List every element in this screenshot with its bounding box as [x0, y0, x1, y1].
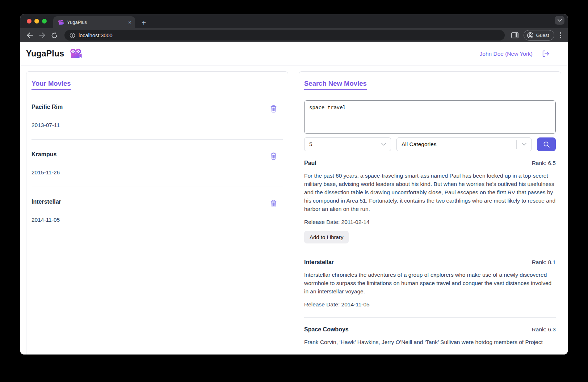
- tab-title: YugaPlus: [67, 20, 125, 25]
- forward-arrow-icon: [39, 32, 46, 38]
- chevron-down-icon: [558, 19, 562, 22]
- library-movie-row: Krampus 2015-11-26: [32, 139, 283, 187]
- tab-favicon-movie-camera-icon: [58, 20, 64, 25]
- delete-movie-button[interactable]: [270, 199, 277, 208]
- search-controls: 5 All Categories: [304, 137, 556, 151]
- add-to-library-button[interactable]: Add to Library: [304, 231, 349, 243]
- user-profile-link[interactable]: John Doe (New York): [480, 51, 533, 57]
- profile-button[interactable]: Guest: [524, 30, 554, 41]
- main-area: Your Movies Pacific Rim 2013-07-11: [20, 65, 568, 355]
- movie-camera-logo-icon: [70, 48, 82, 59]
- browser-tab-yugaplus[interactable]: YugaPlus ×: [53, 16, 135, 28]
- result-rank: Rank: 8.1: [532, 259, 556, 266]
- result-description: Interstellar chronicles the adventures o…: [304, 271, 556, 296]
- result-description: Frank Corvin, ‘Hawk’ Hawkins, Jerry O’Ne…: [304, 338, 556, 346]
- result-release-date: Release Date: 2014-11-05: [304, 301, 556, 308]
- result-limit-select[interactable]: 5: [304, 137, 391, 151]
- movie-title: Krampus: [32, 151, 270, 158]
- back-button[interactable]: [25, 30, 35, 41]
- result-title: Paul: [304, 160, 316, 166]
- trash-icon: [270, 105, 277, 113]
- logout-icon: [542, 50, 550, 58]
- result-description: For the past 60 years, a space-traveling…: [304, 171, 556, 213]
- movie-title: Pacific Rim: [32, 104, 270, 110]
- site-info-icon[interactable]: [70, 33, 75, 38]
- trash-icon: [270, 199, 277, 208]
- divider: [304, 250, 556, 250]
- search-result: Space Cowboys Rank: 6.3 Frank Corvin, ‘H…: [304, 326, 556, 346]
- delete-movie-button[interactable]: [270, 105, 277, 113]
- movie-title: Interstellar: [32, 199, 270, 205]
- chevron-down-icon: [376, 143, 391, 146]
- trash-icon: [270, 152, 277, 160]
- new-tab-button[interactable]: +: [142, 19, 146, 26]
- category-select[interactable]: All Categories: [396, 137, 532, 151]
- app-header: YugaPlus: [20, 42, 568, 65]
- result-title: Interstellar: [304, 259, 334, 266]
- close-window-button[interactable]: [27, 19, 32, 24]
- profile-label: Guest: [536, 33, 549, 38]
- forward-button[interactable]: [37, 30, 47, 41]
- browser-window: YugaPlus × +: [20, 14, 568, 355]
- movie-date: 2013-07-11: [32, 122, 270, 128]
- guest-avatar-icon: [527, 32, 534, 39]
- side-panel-icon: [511, 32, 518, 38]
- chevron-down-icon: [517, 143, 531, 146]
- library-movie-row: Pacific Rim 2013-07-11: [32, 92, 283, 139]
- search-heading: Search New Movies: [304, 80, 367, 90]
- search-button[interactable]: [537, 137, 556, 151]
- your-movies-heading: Your Movies: [32, 80, 71, 90]
- reload-button[interactable]: [49, 30, 59, 41]
- browser-toolbar: localhost:3000 Guest: [20, 28, 568, 42]
- back-arrow-icon: [26, 32, 33, 38]
- result-rank: Rank: 6.5: [532, 160, 556, 166]
- result-rank: Rank: 6.3: [532, 326, 556, 333]
- result-limit-value: 5: [309, 141, 376, 148]
- tab-strip: YugaPlus × +: [20, 14, 568, 28]
- tab-search-chevron-button[interactable]: [555, 16, 564, 25]
- maximize-window-button[interactable]: [42, 19, 47, 24]
- side-panel-button[interactable]: [510, 30, 520, 41]
- logout-button[interactable]: [542, 50, 550, 58]
- search-query-input[interactable]: space travel: [304, 100, 556, 134]
- search-panel: Search New Movies space travel 5 All Cat…: [299, 71, 561, 355]
- page-content: YugaPlus: [20, 42, 568, 355]
- search-icon: [543, 141, 550, 148]
- tab-close-icon[interactable]: ×: [128, 20, 131, 25]
- search-result: Paul Rank: 6.5 For the past 60 years, a …: [304, 160, 556, 250]
- category-value: All Categories: [402, 141, 516, 148]
- delete-movie-button[interactable]: [270, 152, 277, 160]
- divider: [304, 317, 556, 318]
- library-movie-row: Interstellar 2014-11-05: [32, 187, 283, 234]
- your-movies-panel: Your Movies Pacific Rim 2013-07-11: [26, 71, 288, 355]
- url-text: localhost:3000: [79, 33, 113, 38]
- movie-date: 2014-11-05: [32, 217, 270, 223]
- browser-menu-button[interactable]: [558, 32, 563, 38]
- reload-icon: [51, 32, 58, 39]
- window-controls: [20, 14, 53, 28]
- result-title: Space Cowboys: [304, 326, 349, 333]
- search-result: Interstellar Rank: 8.1 Interstellar chro…: [304, 259, 556, 318]
- result-release-date: Release Date: 2011-02-14: [304, 219, 556, 225]
- movie-date: 2015-11-26: [32, 169, 270, 176]
- minimize-window-button[interactable]: [34, 19, 39, 24]
- app-title: YugaPlus: [26, 49, 64, 59]
- address-bar[interactable]: localhost:3000: [64, 30, 505, 41]
